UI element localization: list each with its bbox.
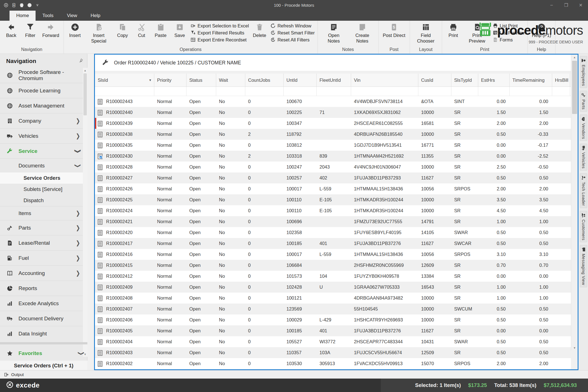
sidebar-item-service[interactable]: Service❯: [0, 143, 83, 158]
sidebar-item-dispatch[interactable]: Dispatch: [0, 195, 83, 206]
sidebar-item-procede-learning[interactable]: Procede Learning: [0, 83, 83, 98]
table-row[interactable]: R100002424NormalOpenNo0100110E-1051HTMKA…: [95, 205, 571, 216]
field-chooser-button[interactable]: Field Chooser: [412, 21, 440, 44]
column-header-esthrs[interactable]: EstHrs: [478, 74, 510, 87]
table-row[interactable]: R100002428NormalOpenNo010024720434V4NC9J…: [95, 162, 571, 172]
scrollbar-thumb[interactable]: [572, 61, 577, 114]
forward-button[interactable]: Forward: [40, 21, 62, 39]
scroll-down-icon[interactable]: ▼: [571, 345, 578, 350]
sidebar-item-document-delivery[interactable]: Document Delivery: [0, 311, 83, 326]
filter-cell-cusid[interactable]: [418, 87, 451, 96]
column-header-slstypid[interactable]: SlsTypId: [451, 74, 478, 87]
sidebar-item-fuel[interactable]: Fuel❯: [0, 250, 83, 265]
reset-smart-filter-button[interactable]: Reset Smart Filter: [270, 30, 315, 36]
pin-icon[interactable]: [79, 58, 83, 64]
table-row[interactable]: R100002408NormalOpenNo01001214DRBGAAN84A…: [95, 293, 571, 304]
column-header-timeremaining[interactable]: TimeRemaining: [510, 74, 552, 87]
column-header-cusid[interactable]: CusId: [418, 74, 451, 87]
grid-scrollbar[interactable]: ▲ ▼: [571, 55, 578, 350]
table-row[interactable]: R100002443NormalOpenNo01006704V4WDBJFSVN…: [95, 96, 571, 107]
post-direct-button[interactable]: $Post Direct: [380, 21, 408, 39]
filter-cell-vin[interactable]: [351, 87, 418, 96]
table-row[interactable]: R100002421NormalOpenNo01006961FMZU73E92U…: [95, 216, 571, 227]
sidebar-item-company[interactable]: Company❯: [0, 113, 83, 128]
column-header-vin[interactable]: Vin: [351, 74, 418, 87]
filter-cell-slsid[interactable]: [95, 87, 154, 96]
sidebar-item-documents[interactable]: Documents❯: [0, 158, 83, 172]
save-button[interactable]: Save: [170, 21, 189, 39]
panel-tab-vendors[interactable]: Vendors: [580, 115, 587, 141]
table-row[interactable]: R100002409NormalOpenNo0102428U1GRAA0627W…: [95, 282, 571, 293]
table-row[interactable]: R100002415NormalOpenNo01066842HSFHMZR0NC…: [95, 260, 571, 271]
paste-button[interactable]: Paste: [151, 21, 170, 39]
sidebar-item-excede-analytics[interactable]: Excede Analytics: [0, 296, 83, 311]
table-row[interactable]: R100002405NormalOpenNo01001854011FUJA3BD…: [95, 325, 571, 336]
menu-tab-home[interactable]: Home: [10, 11, 36, 21]
table-row[interactable]: R100002430NormalOpenNo21033188391HTMNAAM…: [95, 151, 571, 162]
table-row[interactable]: R100002440NormalOpenNo0100225711XKAD69X5…: [95, 107, 571, 118]
insert-special-button[interactable]: Insert Special: [85, 21, 113, 44]
filter-cell-priority[interactable]: [154, 87, 186, 96]
delete-button[interactable]: Delete: [250, 21, 269, 39]
sidebar-item-items[interactable]: Items❯: [0, 206, 83, 220]
column-header-wait[interactable]: Wait: [216, 74, 245, 87]
table-row[interactable]: R100002425NormalOpenNo0100110E-1051HTMKA…: [95, 194, 571, 205]
copy-button[interactable]: Copy: [113, 21, 132, 39]
table-row[interactable]: R100002407NormalOpenNo012356955H10454510…: [95, 304, 571, 314]
filter-cell-slstypid[interactable]: [451, 87, 478, 96]
sidebar-splitter[interactable]: [0, 342, 87, 344]
sidebar-item-sublets-service[interactable]: Sublets [Service]: [0, 184, 83, 195]
cut-button[interactable]: Cut: [132, 21, 151, 39]
sidebar-item-reports[interactable]: Reports: [0, 281, 83, 296]
open-notes-button[interactable]: Open Notes: [319, 21, 348, 44]
table-row[interactable]: R100002426NormalOpenNo0100017L-5591HTMMA…: [95, 183, 571, 194]
add-circle-icon[interactable]: [3, 2, 9, 8]
table-row[interactable]: R100002438NormalOpenNo21187924DRBUAFN26B…: [95, 129, 571, 140]
filter-button[interactable]: Filter: [21, 21, 40, 39]
menu-tab-view[interactable]: View: [60, 11, 84, 21]
export-entire-recordset-button[interactable]: Export Entire Recordset: [190, 37, 249, 43]
favorite-item-service-orders[interactable]: Service Orders (Ctrl + 1): [0, 361, 87, 371]
table-row[interactable]: R100002416NormalOpenNo0100017L-5591HTMMA…: [95, 249, 571, 260]
table-row[interactable]: R100002439NormalOpenNo01003472HSCEAER61C…: [95, 118, 571, 129]
filter-cell-wait[interactable]: [216, 87, 245, 96]
back-button[interactable]: Back: [2, 21, 21, 39]
panel-tab-customers[interactable]: Customers: [580, 211, 587, 242]
filter-cell-timeremaining[interactable]: [510, 87, 552, 96]
sidebar-item-favorites[interactable]: Favorites ❯: [0, 346, 87, 361]
table-row[interactable]: R100002417NormalOpenNo01001854011FUJA3BD…: [95, 238, 571, 249]
sidebar-scrollbar[interactable]: ▲ ▼: [83, 68, 87, 357]
sidebar-item-asset-management[interactable]: Asset Management: [0, 98, 83, 113]
output-tab[interactable]: Output: [11, 372, 24, 377]
refresh-window-button[interactable]: Refresh Window: [270, 23, 315, 29]
panel-tab-vehicles[interactable]: Vehicles: [580, 144, 587, 171]
sidebar-item-data-insight[interactable]: Data Insight: [0, 326, 83, 341]
panel-tab-employees[interactable]: Employees: [580, 56, 587, 88]
scrollbar-thumb[interactable]: [83, 73, 87, 115]
panel-tab-parts[interactable]: Parts: [580, 91, 587, 111]
create-notes-button[interactable]: Create Notes: [348, 21, 377, 44]
table-row[interactable]: R100002420NormalOpenNo01023581FUY6ESB9YL…: [95, 227, 571, 238]
table-row[interactable]: R100002402NormalOpenNo01035303059131FVAC…: [95, 358, 571, 369]
customize-caret-icon[interactable]: [34, 2, 40, 8]
help-circle-icon[interactable]: ?: [26, 2, 32, 8]
export-filtered-results-button[interactable]: Export Filtered Results: [190, 30, 249, 36]
table-row[interactable]: R100002412NormalOpenNo01015731041FUYZYB0…: [95, 271, 571, 282]
table-row[interactable]: R100002403NormalOpenNo0110357103A1FUJC5C…: [95, 347, 571, 358]
post-document-icon[interactable]: $: [11, 2, 17, 8]
table-row[interactable]: R100002435NormalOpenNo01038121GDJ7D1B9HV…: [95, 140, 571, 151]
scroll-up-icon[interactable]: ▲: [83, 68, 87, 73]
scroll-up-icon[interactable]: ▲: [571, 55, 578, 60]
close-button[interactable]: ✕: [573, 0, 588, 10]
printer-icon[interactable]: [18, 2, 25, 8]
filter-cell-hrsbill[interactable]: [552, 87, 570, 96]
sidebar-item-accounting[interactable]: Accounting❯: [0, 265, 83, 281]
minimize-button[interactable]: –: [544, 0, 559, 10]
panel-tab-messaging-view[interactable]: Messaging View: [580, 245, 587, 287]
column-header-fleetuntid[interactable]: FleetUntId: [317, 74, 351, 87]
column-header-untid[interactable]: UntId: [284, 74, 317, 87]
panel-tab-tech-loader[interactable]: Tech Loader: [580, 173, 587, 208]
menu-tab-help[interactable]: Help: [84, 11, 107, 21]
column-header-hrsbill[interactable]: HrsBill: [552, 74, 570, 87]
print-button[interactable]: Print: [444, 21, 463, 39]
